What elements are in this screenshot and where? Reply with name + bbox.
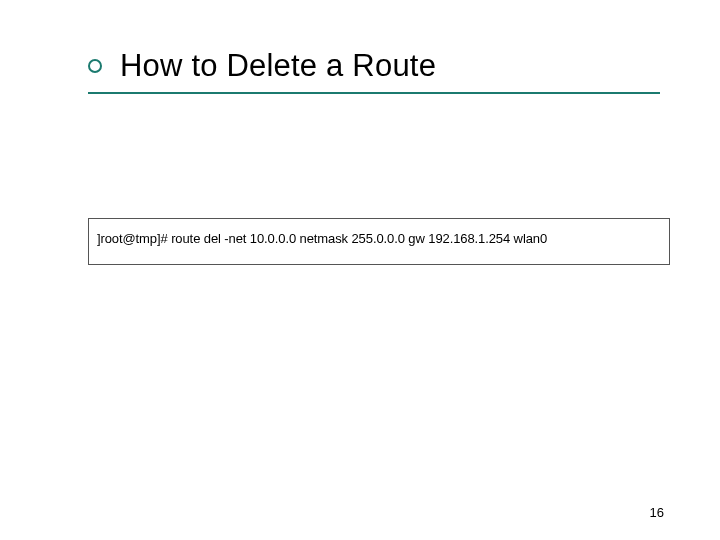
title-underline <box>88 92 660 94</box>
slide-title: How to Delete a Route <box>120 48 436 84</box>
bullet-icon <box>88 59 102 73</box>
slide-container: How to Delete a Route ]root@tmp]# route … <box>0 0 720 540</box>
page-number: 16 <box>650 505 664 520</box>
command-box: ]root@tmp]# route del -net 10.0.0.0 netm… <box>88 218 670 265</box>
command-text: ]root@tmp]# route del -net 10.0.0.0 netm… <box>97 231 661 246</box>
title-row: How to Delete a Route <box>88 48 720 84</box>
